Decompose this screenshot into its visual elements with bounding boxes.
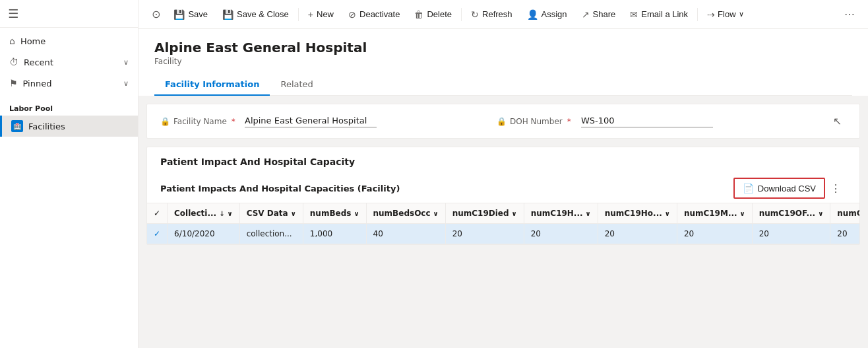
lock-icon-doh: 🔒: [497, 117, 507, 126]
delete-button[interactable]: 🗑 Delete: [408, 5, 458, 24]
row-numc19c: 20: [830, 224, 859, 244]
assign-label: Assign: [542, 9, 567, 19]
save-close-label: Save & Close: [237, 9, 289, 19]
row-numc19m: 20: [677, 224, 752, 244]
doh-number-label: 🔒 DOH Number *: [497, 117, 576, 126]
row-collection-date: 6/10/2020: [168, 224, 240, 244]
col-header-check[interactable]: ✓: [147, 203, 168, 224]
sidebar-item-facilities[interactable]: 🏥 Facilities: [0, 116, 138, 137]
col-header-numc19of[interactable]: numC19OF... ∨: [752, 203, 830, 224]
flow-button[interactable]: ⇢ Flow ∨: [700, 5, 750, 24]
toolbar-separator-1: [298, 8, 299, 21]
facilities-icon: 🏥: [11, 120, 23, 132]
row-numbedsocc: 40: [366, 224, 445, 244]
main-content: ⊙ 💾 Save 💾 Save & Close + New ⊘ Deactiva…: [139, 0, 868, 348]
refresh-icon: ↻: [471, 9, 479, 20]
record-header: Alpine East General Hospital Facility Fa…: [139, 29, 868, 96]
col-csv-label: CSV Data: [247, 209, 288, 218]
doh-number-field: 🔒 DOH Number * WS-100: [497, 116, 822, 127]
dropdown-icon-numbedsocc[interactable]: ∨: [433, 210, 439, 217]
dropdown-icon-numc19m[interactable]: ∨: [740, 210, 745, 217]
flow-chevron-icon: ∨: [739, 10, 744, 18]
sidebar: ☰ ⌂ Home ⏱ Recent ∨ ⚑ Pinned ∨ Labor Poo…: [0, 0, 139, 348]
facility-name-field: 🔒 Facility Name * Alpine East General Ho…: [160, 116, 486, 127]
col-header-numc19c[interactable]: numC19C: [830, 203, 859, 224]
row-numc19h: 20: [524, 224, 598, 244]
dropdown-icon-numc19died[interactable]: ∨: [512, 210, 517, 217]
col-header-numbeds[interactable]: numBeds ∨: [303, 203, 366, 224]
sidebar-item-home[interactable]: ⌂ Home: [0, 30, 138, 52]
row-numc19of: 20: [752, 224, 830, 244]
facility-name-value[interactable]: Alpine East General Hospital: [245, 116, 377, 127]
row-numc19ho: 20: [598, 224, 677, 244]
dropdown-icon-numc19ho[interactable]: ∨: [665, 210, 670, 217]
flow-icon: ⇢: [707, 9, 715, 20]
share-button[interactable]: ↗ Share: [575, 5, 623, 24]
facility-name-label-text: Facility Name: [173, 117, 227, 126]
assign-icon: 👤: [527, 9, 538, 20]
col-numc19h-label: numC19H...: [531, 209, 583, 218]
sidebar-item-pinned[interactable]: ⚑ Pinned ∨: [0, 73, 138, 94]
home-icon: ⌂: [9, 36, 15, 46]
download-csv-button[interactable]: 📄 Download CSV: [733, 178, 825, 199]
dropdown-icon-collection[interactable]: ∨: [228, 210, 233, 217]
flow-label: Flow: [718, 9, 735, 19]
dropdown-icon-numc19h[interactable]: ∨: [586, 210, 591, 217]
row-numbeds: 1,000: [303, 224, 366, 244]
col-header-numc19ho[interactable]: numC19Ho... ∨: [598, 203, 677, 224]
deactivate-button[interactable]: ⊘ Deactivate: [342, 5, 406, 24]
sidebar-item-pinned-label: Pinned: [23, 79, 52, 88]
row-check-cell[interactable]: ✓: [147, 224, 168, 244]
tab-related[interactable]: Related: [270, 74, 323, 96]
lock-icon-facility: 🔒: [160, 117, 170, 126]
col-header-collection[interactable]: Collecti... ↓ ∨: [168, 203, 240, 224]
deactivate-label: Deactivate: [359, 9, 400, 19]
subgrid-more-button[interactable]: ⋮: [825, 178, 846, 199]
email-link-label: Email a Link: [641, 9, 688, 19]
sidebar-nav: ⌂ Home ⏱ Recent ∨ ⚑ Pinned ∨: [0, 28, 138, 96]
col-header-numc19h[interactable]: numC19H... ∨: [524, 203, 598, 224]
col-header-csv-data[interactable]: CSV Data ∨: [239, 203, 303, 224]
facilities-label: Facilities: [28, 122, 65, 131]
new-button[interactable]: + New: [301, 5, 340, 24]
email-icon: ✉: [630, 9, 638, 20]
deactivate-icon: ⊘: [348, 9, 356, 20]
toolbar-overflow-button[interactable]: ⋯: [839, 4, 860, 24]
dropdown-icon-numc19of[interactable]: ∨: [818, 210, 823, 217]
dropdown-icon-csv[interactable]: ∨: [291, 210, 296, 217]
tab-facility-information[interactable]: Facility Information: [154, 74, 270, 96]
col-numc19m-label: numC19M...: [684, 209, 737, 218]
subgrid-toolbar: Patient Impacts And Hospital Capacities …: [147, 174, 859, 203]
save-button[interactable]: 💾 Save: [167, 5, 214, 24]
save-icon: 💾: [173, 9, 185, 20]
hamburger-menu[interactable]: ☰: [8, 7, 18, 20]
recent-chevron-icon: ∨: [123, 58, 129, 67]
sidebar-item-recent[interactable]: ⏱ Recent ∨: [0, 52, 138, 73]
subgrid-title: Patient Impact And Hospital Capacity: [160, 157, 846, 167]
col-header-numc19m[interactable]: numC19M... ∨: [677, 203, 752, 224]
subgrid-section: Patient Impact And Hospital Capacity Pat…: [146, 147, 860, 245]
delete-icon: 🗑: [414, 9, 423, 20]
sidebar-item-recent-label: Recent: [24, 57, 53, 67]
assign-button[interactable]: 👤 Assign: [520, 5, 574, 24]
subgrid-header: Patient Impact And Hospital Capacity: [147, 147, 859, 174]
download-csv-label: Download CSV: [758, 184, 816, 193]
email-link-button[interactable]: ✉ Email a Link: [623, 5, 695, 24]
col-numc19died-label: numC19Died: [452, 209, 509, 218]
doh-number-value[interactable]: WS-100: [581, 116, 713, 127]
subgrid-label: Patient Impacts And Hospital Capacities …: [160, 184, 733, 193]
sort-icon-collection: ↓: [219, 210, 224, 217]
save-label: Save: [188, 9, 208, 19]
refresh-button[interactable]: ↻ Refresh: [464, 5, 519, 24]
col-header-numc19died[interactable]: numC19Died ∨: [445, 203, 524, 224]
save-close-button[interactable]: 💾 Save & Close: [216, 5, 295, 24]
table-row[interactable]: ✓ 6/10/2020 collection... 1,000 40 20 20…: [147, 224, 859, 244]
dropdown-icon-numbeds[interactable]: ∨: [354, 210, 359, 217]
col-header-numbedsocc[interactable]: numBedsOcc ∨: [366, 203, 445, 224]
doh-number-required: *: [567, 117, 571, 126]
facility-info-form: 🔒 Facility Name * Alpine East General Ho…: [146, 104, 860, 139]
pinned-icon: ⚑: [9, 78, 18, 88]
clock-icon: ⊙: [146, 4, 166, 24]
facility-name-required: *: [232, 117, 235, 126]
col-numbedsocc-label: numBedsOcc: [373, 209, 431, 218]
